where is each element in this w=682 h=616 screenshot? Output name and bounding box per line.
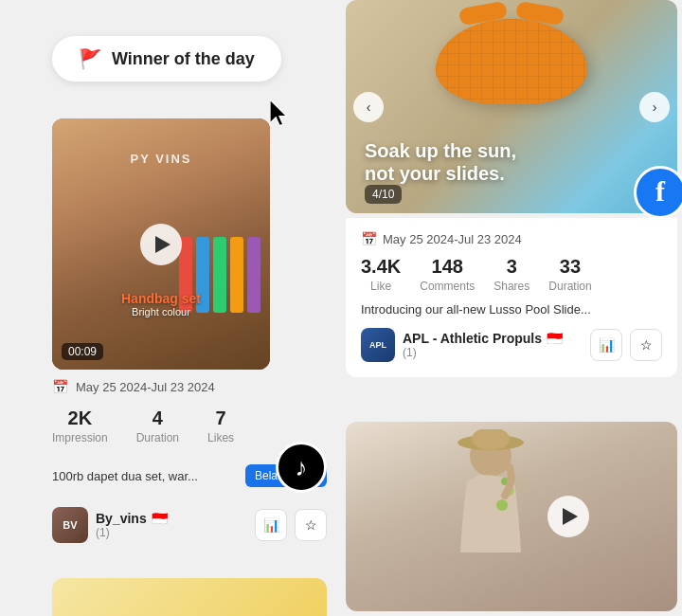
date-row-left: 📅 May 25 2024-Jul 23 2024 (52, 379, 215, 394)
soak-text: Soak up the sun,not your slides. (365, 139, 658, 185)
winner-text: Winner of the day (112, 49, 255, 69)
shares-value: 3 (507, 256, 517, 278)
comments-label: Comments (420, 280, 475, 293)
bottom-teaser-left (52, 578, 327, 616)
creator-row-left: BV By_vins 🇮🇩 (1) 📊 ☆ (52, 507, 327, 543)
woman-silhouette (434, 429, 547, 605)
cursor (270, 100, 298, 134)
chart-button-left[interactable]: 📊 (255, 509, 287, 541)
tiktok-logo: ♪ (276, 442, 327, 493)
star-button-right[interactable]: ☆ (630, 329, 662, 361)
video-thumbnail: PY VINS Handbag set Bright colour 00:09 (52, 118, 270, 370)
stat-duration-right: 33 Duration (548, 256, 591, 293)
play-button-right[interactable] (547, 496, 589, 537)
avatar-left: BV (52, 507, 88, 543)
sandal-display (436, 19, 587, 104)
creator-name-right: APL - Athletic Propuls (403, 331, 542, 346)
soak-text-overlay: Soak up the sun,not your slides. (365, 139, 658, 185)
right-panel: Soak up the sun,not your slides. ‹ › 4/1… (341, 0, 682, 616)
sandal-background: Soak up the sun,not your slides. (346, 0, 677, 213)
tiktok-icon: ♪ (296, 453, 308, 482)
creator-info-left: By_vins 🇮🇩 (1) (96, 511, 247, 539)
stat-impression: 2K Impression (52, 408, 108, 444)
caption-main: Handbag set (62, 291, 260, 306)
impression-value: 2K (68, 408, 93, 429)
duration-badge: 00:09 (62, 343, 103, 360)
like-value-right: 3.4K (361, 256, 401, 278)
pagination-badge: 4/10 (365, 185, 402, 204)
bottom-right-card[interactable] (346, 422, 677, 611)
action-buttons-left: 📊 ☆ (255, 509, 327, 541)
date-row-right: 📅 May 25 2024-Jul 23 2024 (361, 231, 662, 246)
creator-name-left: By_vins (96, 511, 147, 526)
date-text-left: May 25 2024-Jul 23 2024 (76, 380, 215, 394)
stat-comments: 148 Comments (420, 256, 475, 293)
calendar-icon-left: 📅 (52, 379, 68, 394)
stat-shares: 3 Shares (494, 256, 529, 293)
duration-label-left: Duration (136, 431, 179, 444)
creator-flag-left: 🇮🇩 (152, 511, 168, 526)
description-right: Introducing our all-new Lusso Pool Slide… (361, 302, 662, 317)
impression-label: Impression (52, 431, 108, 444)
apl-logo: APL (361, 328, 395, 362)
svg-point-4 (496, 499, 508, 511)
avatar-initials: BV (52, 507, 88, 543)
play-button-left[interactable] (140, 224, 182, 265)
top-image-card: Soak up the sun,not your slides. ‹ › 4/1… (346, 0, 677, 213)
date-text-right: May 25 2024-Jul 23 2024 (383, 232, 522, 246)
creator-row-right: APL APL - Athletic Propuls 🇮🇩 (1) 📊 ☆ (361, 328, 662, 362)
creator-info-right: APL - Athletic Propuls 🇮🇩 (1) (403, 331, 583, 359)
duration-label-right: Duration (548, 280, 591, 293)
stats-row-left: 2K Impression 4 Duration 7 Likes (52, 408, 234, 444)
star-button-left[interactable]: ☆ (295, 509, 327, 541)
winner-banner: 🚩 Winner of the day (52, 36, 281, 82)
store-name: PY VINS (130, 152, 191, 166)
left-panel: 🚩 Winner of the day PY VINS Handb (0, 0, 341, 616)
likes-value: 7 (215, 408, 225, 429)
avatar-right: APL (361, 328, 395, 362)
description-left: 100rb dapet dua set, war... (52, 469, 236, 483)
prev-arrow-icon: ‹ (367, 100, 371, 115)
stat-duration-left: 4 Duration (136, 408, 179, 444)
stat-likes: 7 Likes (207, 408, 234, 444)
calendar-icon-right: 📅 (361, 231, 377, 246)
stats-row-right: 3.4K Like 148 Comments 3 Shares 33 Durat… (361, 256, 662, 293)
comments-value: 148 (432, 256, 463, 278)
next-arrow-icon: › (653, 100, 657, 115)
right-card-info: 📅 May 25 2024-Jul 23 2024 3.4K Like 148 … (346, 218, 677, 377)
woman-background (346, 422, 677, 611)
chart-button-right[interactable]: 📊 (590, 329, 622, 361)
shares-label: Shares (494, 280, 529, 293)
creator-flag-right: 🇮🇩 (547, 331, 563, 346)
nav-next-button[interactable]: › (639, 92, 670, 122)
likes-label: Likes (207, 431, 234, 444)
facebook-logo: f (634, 166, 682, 219)
duration-value-left: 4 (153, 408, 163, 429)
facebook-icon: f (655, 175, 665, 208)
caption-sub: Bright colour (62, 306, 260, 317)
action-buttons-right: 📊 ☆ (590, 329, 662, 361)
sandal-shape (436, 19, 587, 104)
svg-rect-0 (436, 19, 587, 104)
stat-likes-right: 3.4K Like (361, 256, 401, 293)
creator-count-left: (1) (96, 526, 247, 539)
caption-overlay: Handbag set Bright colour (62, 291, 260, 317)
duration-value-right: 33 (560, 256, 581, 278)
video-card-left[interactable]: PY VINS Handbag set Bright colour 00:09 (52, 118, 270, 370)
flag-icon: 🚩 (79, 47, 102, 70)
nav-prev-button[interactable]: ‹ (353, 92, 384, 122)
like-label-right: Like (370, 280, 391, 293)
creator-count-right: (1) (403, 346, 583, 359)
